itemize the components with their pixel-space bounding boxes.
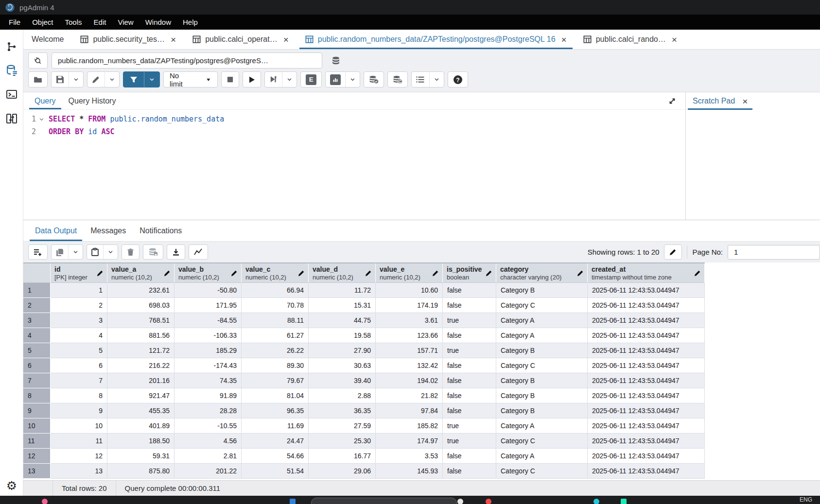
menu-object[interactable]: Object: [26, 16, 59, 29]
grid-cell[interactable]: false: [443, 328, 496, 343]
browser-tab[interactable]: public.calci_rando…×: [575, 30, 685, 49]
grid-cell[interactable]: -50.80: [174, 283, 242, 298]
grid-cell[interactable]: 10.60: [376, 283, 443, 298]
execute-chevron-icon[interactable]: [282, 72, 297, 87]
grid-cell[interactable]: 5: [51, 343, 107, 358]
column-header-value_e[interactable]: value_enumeric (10,2): [376, 263, 443, 283]
execute-options-button[interactable]: [265, 72, 282, 87]
edit-button[interactable]: [87, 72, 105, 87]
grid-cell[interactable]: 81.04: [242, 388, 309, 403]
paste-button[interactable]: [87, 245, 103, 259]
grid-cell[interactable]: 881.56: [107, 328, 174, 343]
grid-cell[interactable]: 24.47: [242, 434, 309, 449]
edit-options-chevron-icon[interactable]: [105, 72, 119, 87]
query-tool-icon[interactable]: [5, 63, 18, 77]
browser-tab[interactable]: public.calci_operat…×: [184, 30, 297, 49]
grid-cell[interactable]: 4.56: [174, 434, 242, 449]
grid-cell[interactable]: 54.66: [242, 449, 309, 464]
grid-cell[interactable]: 61.27: [242, 328, 309, 343]
scratch-pad-tab[interactable]: Scratch Pad ×: [686, 92, 754, 110]
menu-window[interactable]: Window: [140, 16, 177, 29]
sql-line[interactable]: 2ORDER BY id ASC: [23, 125, 685, 138]
grid-cell[interactable]: 97.84: [376, 403, 443, 418]
grid-cell[interactable]: -174.43: [174, 358, 242, 373]
grid-cell[interactable]: 157.71: [376, 343, 443, 358]
tab-close-icon[interactable]: ×: [283, 35, 289, 44]
column-header-id[interactable]: id[PK] integer: [51, 263, 107, 283]
menu-view[interactable]: View: [112, 16, 139, 29]
new-connection-icon[interactable]: [326, 52, 346, 69]
row-number-header[interactable]: [23, 263, 51, 283]
tab-messages[interactable]: Messages: [84, 220, 133, 241]
connection-input[interactable]: [52, 52, 322, 69]
grid-cell[interactable]: 11.72: [309, 283, 376, 298]
edit-column-icon[interactable]: [97, 270, 104, 277]
grid-cell[interactable]: false: [443, 464, 496, 479]
paste-options-chevron-icon[interactable]: [103, 245, 118, 259]
taskbar-search[interactable]: [311, 498, 457, 504]
grid-cell[interactable]: 2025-06-11 12:43:53.044947: [588, 418, 705, 434]
open-file-button[interactable]: [28, 71, 48, 87]
grid-cell[interactable]: 70.78: [242, 298, 309, 313]
grid-cell[interactable]: 88.11: [242, 313, 309, 328]
tab-data-output[interactable]: Data Output: [28, 220, 84, 241]
row-number-cell[interactable]: 3: [23, 313, 51, 328]
edit-column-icon[interactable]: [365, 270, 372, 277]
grid-cell[interactable]: 2025-06-11 12:43:53.044947: [588, 403, 705, 418]
fold-chevron-icon[interactable]: [36, 113, 47, 125]
grid-cell[interactable]: 2025-06-11 12:43:53.044947: [588, 464, 705, 479]
grid-cell[interactable]: Category C: [496, 358, 588, 373]
grid-cell[interactable]: false: [443, 403, 496, 418]
grid-cell[interactable]: Category B: [496, 343, 588, 358]
row-limit-select[interactable]: No limit: [163, 71, 218, 87]
row-number-cell[interactable]: 8: [23, 388, 51, 403]
grid-cell[interactable]: 7: [51, 373, 107, 388]
taskbar-app-icon[interactable]: [593, 499, 599, 504]
browser-tab[interactable]: public.random_numbers_data/ZAPTesting/po…: [297, 30, 575, 49]
add-row-button[interactable]: [28, 244, 48, 260]
grid-cell[interactable]: 28.28: [174, 403, 242, 418]
column-header-is_positive[interactable]: is_positiveboolean: [443, 263, 496, 283]
copy-options-chevron-icon[interactable]: [68, 245, 83, 259]
grid-cell[interactable]: 44.75: [309, 313, 376, 328]
grid-cell[interactable]: 2025-06-11 12:43:53.044947: [588, 328, 705, 343]
grid-cell[interactable]: 4: [51, 328, 107, 343]
grid-cell[interactable]: 27.59: [309, 418, 376, 434]
grid-cell[interactable]: 2: [51, 298, 107, 313]
grid-cell[interactable]: 201.16: [107, 373, 174, 388]
column-header-category[interactable]: categorycharacter varying (20): [496, 263, 588, 283]
grid-cell[interactable]: 185.29: [174, 343, 242, 358]
tab-query[interactable]: Query: [28, 92, 62, 109]
grid-cell[interactable]: false: [443, 449, 496, 464]
grid-cell[interactable]: 185.82: [376, 418, 443, 434]
grid-cell[interactable]: true: [443, 313, 496, 328]
commit-button[interactable]: [364, 71, 384, 87]
grid-cell[interactable]: false: [443, 373, 496, 388]
help-button[interactable]: ?: [448, 71, 468, 87]
grid-cell[interactable]: 174.97: [376, 434, 443, 449]
grid-cell[interactable]: 188.50: [107, 434, 174, 449]
grid-cell[interactable]: 25.30: [309, 434, 376, 449]
grid-cell[interactable]: Category B: [496, 283, 588, 298]
grid-cell[interactable]: false: [443, 358, 496, 373]
tab-close-icon[interactable]: ×: [672, 35, 677, 44]
grid-cell[interactable]: 2025-06-11 12:43:53.044947: [588, 449, 705, 464]
column-header-created_at[interactable]: created_attimestamp without time zone: [588, 263, 705, 283]
row-number-cell[interactable]: 10: [23, 418, 51, 434]
grid-cell[interactable]: 11.69: [242, 418, 309, 434]
grid-cell[interactable]: 2025-06-11 12:43:53.044947: [588, 313, 705, 328]
column-header-value_b[interactable]: value_bnumeric (10,2): [174, 263, 242, 283]
grid-cell[interactable]: -106.33: [174, 328, 242, 343]
save-options-chevron-icon[interactable]: [69, 72, 83, 87]
grid-cell[interactable]: 15.31: [309, 298, 376, 313]
grid-cell[interactable]: 2025-06-11 12:43:53.044947: [588, 434, 705, 449]
grid-cell[interactable]: 3.61: [376, 313, 443, 328]
grid-cell[interactable]: Category B: [496, 388, 588, 403]
row-number-cell[interactable]: 12: [23, 449, 51, 464]
menu-help[interactable]: Help: [177, 16, 204, 29]
edit-column-icon[interactable]: [486, 270, 492, 277]
grid-cell[interactable]: 8: [51, 388, 107, 403]
grid-cell[interactable]: 30.63: [309, 358, 376, 373]
grid-cell[interactable]: 194.02: [376, 373, 443, 388]
tab-close-icon[interactable]: ×: [561, 35, 567, 44]
